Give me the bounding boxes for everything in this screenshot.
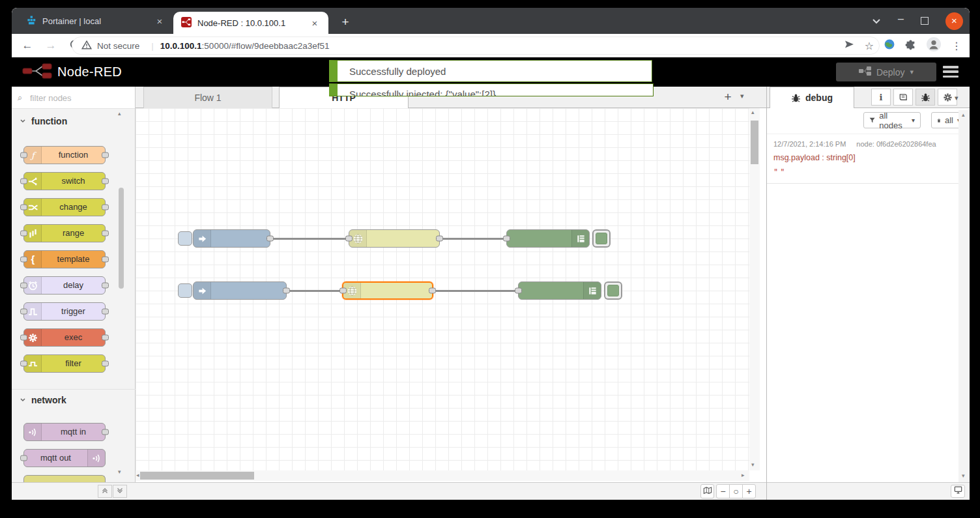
- node-output-port[interactable]: [102, 309, 109, 315]
- node-output-port[interactable]: [429, 288, 436, 294]
- scroll-down-icon[interactable]: ▾: [751, 461, 755, 468]
- debug-toggle-button[interactable]: [604, 281, 622, 300]
- palette-node-delay[interactable]: delay: [23, 276, 106, 295]
- node-output-port[interactable]: [102, 429, 109, 435]
- node-input-port[interactable]: [20, 152, 27, 158]
- node-output-port[interactable]: [102, 283, 109, 289]
- flow-node-inject[interactable]: timestamp: [193, 229, 270, 248]
- debug-value[interactable]: "": [773, 167, 952, 177]
- node-output-port[interactable]: [102, 257, 109, 263]
- canvas-horizontal-scrollbar[interactable]: ◂ ▸: [136, 470, 749, 481]
- node-input-port[interactable]: [339, 288, 347, 294]
- node-output-port[interactable]: [102, 361, 109, 367]
- debug-toggle-button[interactable]: [592, 229, 611, 248]
- debug-scrollbar[interactable]: ▴ ▾: [958, 110, 970, 482]
- sidebar-menu-caret-icon[interactable]: ▾: [955, 94, 958, 102]
- filter-nodes-dropdown[interactable]: all nodes ▾: [863, 112, 921, 128]
- canvas-vscroll-thumb[interactable]: [751, 121, 758, 164]
- zoom-in-icon[interactable]: +: [742, 484, 756, 498]
- palette-node-filter[interactable]: filter: [23, 354, 106, 373]
- node-input-port[interactable]: [515, 288, 522, 294]
- palette-node-exec[interactable]: exec: [23, 328, 106, 347]
- flow-node-debug[interactable]: msg.payload: [506, 229, 590, 248]
- node-output-port[interactable]: [267, 236, 274, 242]
- tab-search-chevron-icon[interactable]: [872, 18, 881, 24]
- address-bar[interactable]: Not secure | 10.0.100.1 :50000/#flow/9de…: [72, 36, 880, 55]
- palette-category-network[interactable]: network: [12, 389, 136, 407]
- maximize-button[interactable]: [921, 17, 929, 25]
- open-window-monitor-icon[interactable]: [951, 485, 965, 498]
- main-menu-icon[interactable]: [942, 65, 960, 79]
- node-input-port[interactable]: [20, 309, 27, 315]
- palette-category-function[interactable]: function: [12, 112, 136, 130]
- globe-extension-icon[interactable]: [884, 38, 895, 53]
- bookmark-star-icon[interactable]: ☆: [865, 40, 874, 52]
- add-flow-button[interactable]: +: [720, 89, 736, 105]
- node-output-port[interactable]: [102, 152, 109, 158]
- collapse-categories-icon[interactable]: [98, 485, 112, 498]
- palette-node-change[interactable]: change: [23, 198, 106, 216]
- node-input-port[interactable]: [20, 257, 27, 263]
- node-input-port[interactable]: [345, 236, 353, 242]
- browser-tab-node-red[interactable]: Node-RED : 10.0.100.1 ×: [173, 12, 328, 34]
- canvas-vertical-scrollbar[interactable]: ▴ ▾: [749, 108, 760, 470]
- info-icon[interactable]: i: [871, 89, 891, 106]
- node-input-port[interactable]: [20, 205, 27, 210]
- minimize-button[interactable]: –: [898, 13, 904, 25]
- expand-categories-icon[interactable]: [113, 485, 127, 498]
- flow-node-http[interactable]: http request: [342, 281, 433, 300]
- back-icon[interactable]: ←: [20, 39, 35, 52]
- tab-debug[interactable]: debug: [770, 87, 854, 109]
- node-input-port[interactable]: [503, 236, 510, 242]
- flow-node-debug[interactable]: msg.payload: [518, 281, 601, 300]
- debug-property[interactable]: msg.payload : string[0]: [773, 153, 952, 162]
- extensions-puzzle-icon[interactable]: [905, 39, 916, 53]
- scroll-down-icon[interactable]: ▾: [118, 468, 121, 475]
- node-input-port[interactable]: [20, 361, 27, 367]
- node-output-port[interactable]: [283, 288, 290, 294]
- palette-scrollbar[interactable]: ▴ ▾: [118, 109, 124, 482]
- help-book-icon[interactable]: [893, 89, 913, 106]
- flow-node-inject[interactable]: {"value":[2]}: [193, 281, 287, 300]
- palette-scroll-thumb[interactable]: [119, 188, 124, 289]
- flow-node-http[interactable]: http request: [349, 229, 440, 248]
- scroll-down-icon[interactable]: ▾: [962, 472, 965, 479]
- close-button[interactable]: ×: [945, 12, 963, 30]
- node-output-port[interactable]: [102, 335, 109, 341]
- filter-nodes-input[interactable]: [30, 90, 128, 106]
- palette-node-function[interactable]: ƒfunction: [23, 146, 106, 164]
- tab-close-icon[interactable]: ×: [154, 16, 166, 27]
- browser-tab-portainer[interactable]: Portainer | local ×: [18, 8, 173, 34]
- zoom-out-icon[interactable]: −: [716, 484, 730, 498]
- palette-node-trigger[interactable]: trigger: [23, 302, 106, 321]
- browser-menu-icon[interactable]: ⋮: [951, 40, 962, 52]
- flow-list-caret-icon[interactable]: ▾: [740, 92, 744, 100]
- scroll-left-icon[interactable]: ◂: [136, 472, 139, 478]
- scroll-up-icon[interactable]: ▴: [118, 110, 121, 117]
- new-tab-button[interactable]: +: [336, 13, 354, 31]
- scroll-up-icon[interactable]: ▴: [962, 111, 965, 118]
- flow-tab-flow1[interactable]: Flow 1: [143, 87, 272, 108]
- canvas-hscroll-thumb[interactable]: [140, 472, 254, 480]
- scroll-right-icon[interactable]: ▸: [742, 472, 745, 478]
- node-output-port[interactable]: [102, 231, 109, 237]
- deploy-button[interactable]: Deploy ▾: [836, 63, 936, 81]
- inject-button[interactable]: [178, 231, 192, 246]
- forward-icon[interactable]: →: [43, 39, 59, 52]
- node-input-port[interactable]: [20, 179, 27, 184]
- debug-messages-icon[interactable]: [915, 89, 935, 106]
- node-input-port[interactable]: [20, 335, 27, 341]
- palette-node-mqtt-in[interactable]: mqtt in: [23, 423, 106, 441]
- palette-node-switch[interactable]: switch: [23, 172, 106, 190]
- scroll-up-icon[interactable]: ▴: [751, 109, 755, 115]
- node-output-port[interactable]: [436, 236, 443, 242]
- node-input-port[interactable]: [20, 283, 27, 289]
- palette-node-mqtt-out[interactable]: mqtt out: [23, 449, 106, 467]
- palette-node-range[interactable]: range: [23, 224, 106, 242]
- navigator-map-icon[interactable]: [700, 484, 714, 498]
- node-input-port[interactable]: [20, 231, 27, 237]
- tab-close-icon[interactable]: ×: [309, 18, 321, 29]
- share-icon[interactable]: [844, 39, 855, 52]
- deploy-caret-icon[interactable]: ▾: [910, 68, 914, 76]
- palette-node-template[interactable]: {template: [23, 250, 106, 268]
